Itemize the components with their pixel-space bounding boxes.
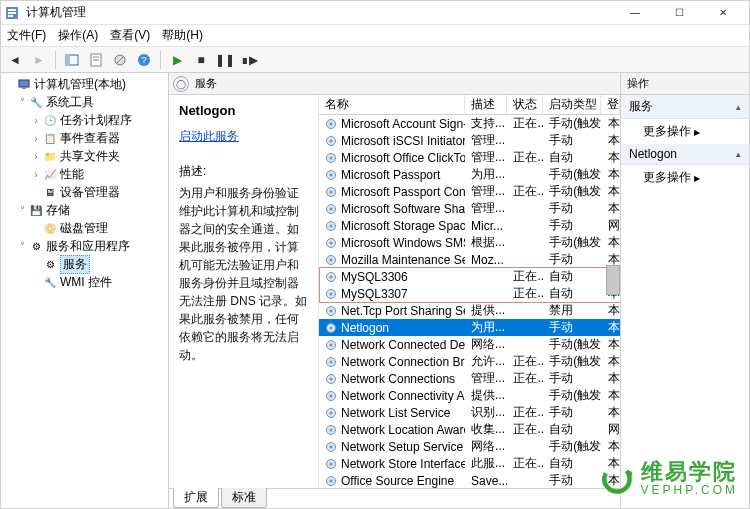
collapse-icon[interactable]: ˅ <box>15 97 29 108</box>
service-logon: 本 <box>602 183 620 200</box>
pause-icon[interactable]: ❚❚ <box>215 50 235 70</box>
stop-icon[interactable]: ■ <box>191 50 211 70</box>
tree-root[interactable]: 计算机管理(本地) <box>1 75 168 93</box>
service-logon: 网 <box>602 421 620 438</box>
svg-rect-12 <box>19 80 29 87</box>
svg-point-57 <box>330 479 333 482</box>
col-name[interactable]: 名称 <box>319 95 465 114</box>
event-icon: 📋 <box>43 131 57 145</box>
tree-event-viewer[interactable]: › 📋 事件查看器 <box>1 129 168 147</box>
service-desc: 管理... <box>465 132 507 149</box>
tree-storage[interactable]: ˅ 💾 存储 <box>1 201 168 219</box>
chevron-up-icon: ▴ <box>736 149 741 159</box>
service-row[interactable]: Network Connected Devi...网络...手动(触发...本 <box>319 336 620 353</box>
service-startup: 自动 <box>543 421 601 438</box>
menu-file[interactable]: 文件(F) <box>7 27 46 44</box>
col-status[interactable]: 状态 <box>507 95 543 114</box>
service-row[interactable]: MySQL3306正在...自动本 <box>319 268 620 285</box>
service-row[interactable]: MySQL3307正在...自动本 <box>319 285 620 302</box>
service-row[interactable]: Network Connections管理...正在...手动本 <box>319 370 620 387</box>
service-row[interactable]: Netlogon为用...手动本 <box>319 319 620 336</box>
service-row[interactable]: Microsoft Software Shad...管理...手动本 <box>319 200 620 217</box>
tree-services[interactable]: ⚙ 服务 <box>1 255 168 273</box>
expand-icon[interactable]: › <box>29 169 43 180</box>
collapse-icon[interactable]: ˅ <box>15 241 29 252</box>
tree-services-apps[interactable]: ˅ ⚙ 服务和应用程序 <box>1 237 168 255</box>
gear-icon <box>325 407 337 419</box>
actions-group-selected[interactable]: Netlogon ▴ <box>621 144 749 165</box>
service-startup: 手动 <box>543 319 601 336</box>
svg-rect-1 <box>8 9 16 11</box>
col-description[interactable]: 描述 <box>465 95 507 114</box>
service-name: Net.Tcp Port Sharing Ser... <box>341 304 465 318</box>
restart-icon[interactable]: ∎▶ <box>239 50 259 70</box>
svg-point-17 <box>330 139 333 142</box>
expand-icon[interactable]: › <box>29 115 43 126</box>
tree-task-scheduler[interactable]: › 🕒 任务计划程序 <box>1 111 168 129</box>
tree-performance[interactable]: › 📈 性能 <box>1 165 168 183</box>
menu-view[interactable]: 查看(V) <box>110 27 150 44</box>
service-row[interactable]: Network List Service识别...正在...手动本 <box>319 404 620 421</box>
tree-device-manager[interactable]: 🖥 设备管理器 <box>1 183 168 201</box>
col-startup[interactable]: 启动类型 <box>543 95 601 114</box>
menu-action[interactable]: 操作(A) <box>58 27 98 44</box>
services-list[interactable]: Microsoft Account Sign-i...支持...正在...手动(… <box>319 115 620 488</box>
gear-icon <box>325 322 337 334</box>
collapse-icon[interactable]: ˅ <box>15 205 29 216</box>
minimize-button[interactable]: — <box>613 1 657 25</box>
tree-system-tools[interactable]: ˅ 🔧 系统工具 <box>1 93 168 111</box>
menu-bar: 文件(F) 操作(A) 查看(V) 帮助(H) <box>1 25 749 47</box>
service-row[interactable]: Network Connectivity Ass...提供...手动(触发...… <box>319 387 620 404</box>
tab-extended[interactable]: 扩展 <box>173 488 219 508</box>
col-logon[interactable]: 登 <box>601 95 620 114</box>
service-row[interactable]: Microsoft iSCSI Initiator ...管理...手动本 <box>319 132 620 149</box>
service-row[interactable]: Microsoft Passport Cont...管理...正在...手动(触… <box>319 183 620 200</box>
nav-circle-icon[interactable]: ◯ <box>173 76 189 92</box>
tree-disk-management[interactable]: 📀 磁盘管理 <box>1 219 168 237</box>
maximize-button[interactable]: ☐ <box>657 1 701 25</box>
properties-icon[interactable] <box>86 50 106 70</box>
expand-icon[interactable]: › <box>29 151 43 162</box>
actions-group-services[interactable]: 服务 ▴ <box>621 95 749 119</box>
service-row[interactable]: Microsoft Storage Space...Micr...手动网 <box>319 217 620 234</box>
back-button[interactable]: ◄ <box>5 50 25 70</box>
service-row[interactable]: Network Store Interface ...此服...正在...自动本 <box>319 455 620 472</box>
forward-button[interactable]: ► <box>29 50 49 70</box>
help-icon[interactable]: ? <box>134 50 154 70</box>
tree-wmi[interactable]: 🔧 WMI 控件 <box>1 273 168 291</box>
service-row[interactable]: Microsoft Office ClickTo...管理...正在...自动本 <box>319 149 620 166</box>
console-tree[interactable]: 计算机管理(本地) ˅ 🔧 系统工具 › 🕒 任务计划程序 › 📋 事件查看器 … <box>1 73 169 508</box>
service-desc: 管理... <box>465 200 507 217</box>
gear-icon <box>325 305 337 317</box>
start-service-link[interactable]: 启动此服务 <box>179 129 239 143</box>
list-header[interactable]: 名称 描述 状态 启动类型 登 <box>319 95 620 115</box>
menu-help[interactable]: 帮助(H) <box>162 27 203 44</box>
service-startup: 手动 <box>543 217 601 234</box>
service-row[interactable]: Microsoft Windows SMS ...根据...手动(触发...本 <box>319 234 620 251</box>
service-status: 正在... <box>507 353 543 370</box>
service-row[interactable]: Network Connection Bro...允许...正在...手动(触发… <box>319 353 620 370</box>
expand-icon[interactable]: › <box>29 133 43 144</box>
service-row[interactable]: Network Location Aware...收集...正在...自动网 <box>319 421 620 438</box>
scrollbar-thumb[interactable] <box>606 265 620 295</box>
service-row[interactable]: Mozilla Maintenance Ser...Moz...手动本 <box>319 251 620 268</box>
action-more-services[interactable]: 更多操作▶ <box>621 119 749 144</box>
service-row[interactable]: Network Setup Service网络...手动(触发...本 <box>319 438 620 455</box>
tab-standard[interactable]: 标准 <box>221 488 267 508</box>
service-logon: 本 <box>602 132 620 149</box>
show-hide-icon[interactable] <box>62 50 82 70</box>
service-logon: 本 <box>602 438 620 455</box>
service-row[interactable]: Office Source EngineSave...手动本 <box>319 472 620 488</box>
service-row[interactable]: Microsoft Passport为用...手动(触发...本 <box>319 166 620 183</box>
service-startup: 手动(触发... <box>543 336 601 353</box>
service-row[interactable]: Microsoft Account Sign-i...支持...正在...手动(… <box>319 115 620 132</box>
service-row[interactable]: Net.Tcp Port Sharing Ser...提供...禁用本 <box>319 302 620 319</box>
device-icon: 🖥 <box>43 185 57 199</box>
play-icon[interactable]: ▶ <box>167 50 187 70</box>
description-label: 描述: <box>179 163 308 180</box>
action-more-selected[interactable]: 更多操作▶ <box>621 165 749 190</box>
tree-shared-folders[interactable]: › 📁 共享文件夹 <box>1 147 168 165</box>
service-logon: 本 <box>602 353 620 370</box>
export-icon[interactable] <box>110 50 130 70</box>
close-button[interactable]: ✕ <box>701 1 745 25</box>
